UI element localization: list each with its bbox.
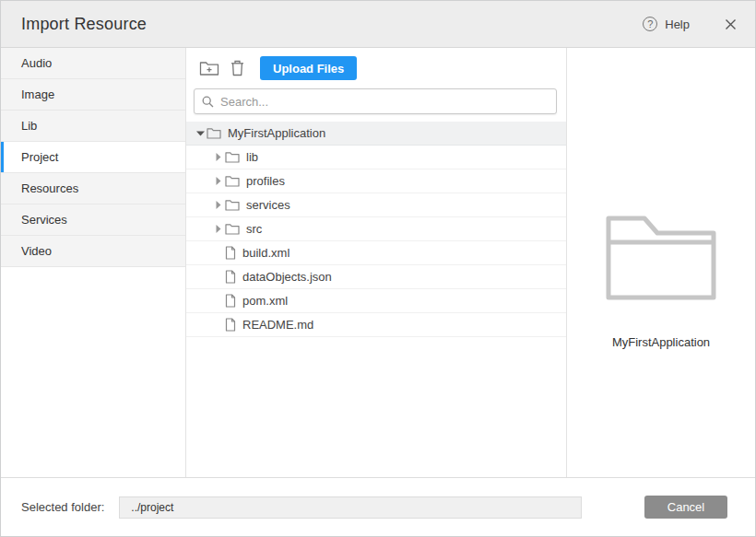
dialog-title: Import Resource <box>21 15 147 34</box>
dialog-content: AudioImageLibProjectResourcesServicesVid… <box>1 48 755 477</box>
tree-item-readme-md[interactable]: README.md <box>186 313 566 337</box>
folder-plus-icon <box>199 61 219 76</box>
folder-icon <box>207 127 221 139</box>
sidebar-item-label: Project <box>21 150 58 164</box>
tree-item-services[interactable]: services <box>186 193 566 217</box>
caret-right-icon[interactable] <box>212 201 225 209</box>
folder-icon <box>225 175 240 187</box>
help-link[interactable]: Help <box>665 18 690 31</box>
tree-item-label: build.xml <box>242 246 289 260</box>
folder-icon <box>225 151 240 163</box>
sidebar-item-video[interactable]: Video <box>1 236 185 267</box>
sidebar-item-label: Lib <box>21 119 37 133</box>
sidebar-item-label: Resources <box>21 181 78 195</box>
selected-folder-label: Selected folder: <box>21 500 104 514</box>
titlebar-actions: ? Help <box>643 17 737 31</box>
dialog-footer: Selected folder: Cancel <box>1 477 755 536</box>
tree-item-dataobjects-json[interactable]: dataObjects.json <box>186 265 566 289</box>
file-toolbar: Upload Files <box>186 48 566 88</box>
cancel-button[interactable]: Cancel <box>644 496 727 519</box>
file-browser-panel: Upload Files MyFirstApplicationlibprofil… <box>186 48 567 477</box>
sidebar-item-services[interactable]: Services <box>1 204 185 236</box>
search-input[interactable] <box>194 88 557 114</box>
tree-item-label: services <box>246 198 290 212</box>
tree-item-pom-xml[interactable]: pom.xml <box>186 289 566 313</box>
sidebar-item-lib[interactable]: Lib <box>1 111 185 142</box>
delete-button[interactable] <box>223 55 251 81</box>
tree-item-label: README.md <box>242 318 313 332</box>
tree-item-label: pom.xml <box>242 294 288 308</box>
file-icon <box>225 318 236 332</box>
help-icon[interactable]: ? <box>643 17 657 31</box>
file-icon <box>225 294 236 308</box>
sidebar-item-label: Audio <box>21 56 52 70</box>
sidebar-item-image[interactable]: Image <box>1 79 185 111</box>
category-sidebar: AudioImageLibProjectResourcesServicesVid… <box>1 48 186 477</box>
caret-down-icon[interactable] <box>194 131 207 136</box>
tree-item-label: MyFirstApplication <box>228 126 325 140</box>
sidebar-item-audio[interactable]: Audio <box>1 48 185 79</box>
folder-icon <box>225 199 240 211</box>
sidebar-item-resources[interactable]: Resources <box>1 173 185 204</box>
tree-item-profiles[interactable]: profiles <box>186 169 566 193</box>
sidebar-item-label: Services <box>21 213 67 227</box>
large-folder-icon <box>606 215 716 304</box>
tree-item-label: dataObjects.json <box>242 270 332 284</box>
selection-preview-panel: MyFirstApplication <box>567 48 755 477</box>
search-icon <box>202 96 214 108</box>
tree-item-label: src <box>246 222 262 236</box>
selected-folder-input[interactable] <box>119 496 582 519</box>
file-icon <box>225 246 236 260</box>
dialog-titlebar: Import Resource ? Help <box>1 1 755 48</box>
trash-icon <box>230 60 244 76</box>
file-tree: MyFirstApplicationlibprofilesservicessrc… <box>186 122 566 477</box>
preview-folder-name: MyFirstApplication <box>612 335 710 349</box>
tree-item-label: lib <box>246 150 258 164</box>
import-resource-dialog: Import Resource ? Help AudioImageLibProj… <box>0 0 756 537</box>
caret-right-icon[interactable] <box>212 225 225 233</box>
tree-item-myfirstapplication[interactable]: MyFirstApplication <box>186 122 566 146</box>
caret-right-icon[interactable] <box>212 153 225 161</box>
upload-files-button[interactable]: Upload Files <box>260 56 357 80</box>
tree-item-build-xml[interactable]: build.xml <box>186 241 566 265</box>
sidebar-item-label: Video <box>21 244 52 258</box>
close-button[interactable] <box>725 18 737 30</box>
folder-icon <box>225 223 240 235</box>
caret-right-icon[interactable] <box>212 177 225 185</box>
file-icon <box>225 270 236 284</box>
tree-item-lib[interactable]: lib <box>186 146 566 169</box>
sidebar-item-label: Image <box>21 88 54 101</box>
search-box <box>194 88 557 114</box>
sidebar-item-project[interactable]: Project <box>1 142 185 173</box>
new-folder-button[interactable] <box>195 55 223 81</box>
close-icon <box>725 18 737 30</box>
tree-item-label: profiles <box>246 174 285 188</box>
tree-item-src[interactable]: src <box>186 217 566 241</box>
